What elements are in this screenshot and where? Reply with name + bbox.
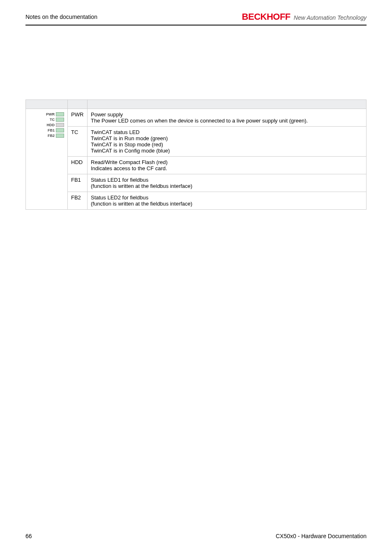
- desc-line: (function is written at the fieldbus int…: [91, 201, 363, 207]
- desc-cell: Read/Write Compact Flash (red) Indicates…: [88, 157, 367, 174]
- desc-cell: Status LED1 for fieldbus (function is wr…: [88, 174, 367, 192]
- led-label: FB1: [44, 128, 55, 132]
- table-header-desc: [88, 100, 367, 109]
- brand-block: BECKHOFF New Automation Technology: [242, 12, 367, 22]
- led-description-table: PWR TC HDD FB1: [25, 99, 367, 210]
- abbr-cell: PWR: [68, 109, 88, 127]
- desc-line: The Power LED comes on when the device i…: [91, 118, 363, 124]
- led-indicator-icon: [56, 128, 64, 132]
- abbr-cell: FB1: [68, 174, 88, 192]
- desc-cell: Power supply The Power LED comes on when…: [88, 109, 367, 127]
- desc-cell: TwinCAT status LED TwinCAT is in Run mod…: [88, 127, 367, 157]
- table-row: FB2 Status LED2 for fieldbus (function i…: [26, 192, 367, 210]
- led-indicator-icon: [56, 123, 64, 127]
- desc-line: (function is written at the fieldbus int…: [91, 183, 363, 189]
- table-row: TC TwinCAT status LED TwinCAT is in Run …: [26, 127, 367, 157]
- page-header: Notes on the documentation BECKHOFF New …: [25, 12, 367, 25]
- desc-line: Status LED1 for fieldbus: [91, 177, 363, 183]
- desc-cell: Status LED2 for fieldbus (function is wr…: [88, 192, 367, 210]
- desc-line: TwinCAT is in Config mode (blue): [91, 148, 363, 154]
- desc-line: TwinCAT is in Run mode (green): [91, 135, 363, 141]
- brand-tagline: New Automation Technology: [294, 14, 367, 21]
- led-indicator-icon: [56, 118, 64, 122]
- abbr-cell: HDD: [68, 157, 88, 174]
- desc-line: TwinCAT status LED: [91, 129, 363, 135]
- led-indicator-icon: [56, 134, 64, 138]
- table-row: FB1 Status LED1 for fieldbus (function i…: [26, 174, 367, 192]
- doc-title: CX50x0 - Hardware Documentation: [276, 533, 367, 539]
- led-panel-image: PWR TC HDD FB1: [29, 111, 64, 139]
- abbr-cell: FB2: [68, 192, 88, 210]
- led-panel-cell: PWR TC HDD FB1: [26, 109, 68, 210]
- led-indicator-icon: [56, 112, 64, 116]
- section-title: Notes on the documentation: [25, 14, 97, 20]
- table-header-image: [26, 100, 68, 109]
- table-row: HDD Read/Write Compact Flash (red) Indic…: [26, 157, 367, 174]
- led-row-fb2: FB2: [29, 134, 64, 138]
- desc-line: TwinCAT is in Stop mode (red): [91, 141, 363, 148]
- desc-line: Power supply: [91, 111, 363, 118]
- table-header-abbr: [68, 100, 88, 109]
- desc-line: Indicates access to the CF card.: [91, 165, 363, 171]
- led-label: PWR: [44, 112, 55, 116]
- led-row-tc: TC: [29, 118, 64, 122]
- page-footer: 66 CX50x0 - Hardware Documentation: [25, 533, 367, 539]
- led-label: FB2: [44, 134, 55, 138]
- table-header-row: [26, 100, 367, 109]
- brand-name: BECKHOFF: [242, 12, 291, 22]
- led-label: HDD: [44, 123, 55, 127]
- led-row-pwr: PWR: [29, 112, 64, 116]
- table-row: PWR TC HDD FB1: [26, 109, 367, 127]
- desc-line: Read/Write Compact Flash (red): [91, 159, 363, 165]
- led-label: TC: [44, 118, 55, 122]
- led-row-fb1: FB1: [29, 128, 64, 132]
- led-row-hdd: HDD: [29, 123, 64, 127]
- abbr-cell: TC: [68, 127, 88, 157]
- desc-line: Status LED2 for fieldbus: [91, 194, 363, 201]
- page-number: 66: [25, 533, 32, 539]
